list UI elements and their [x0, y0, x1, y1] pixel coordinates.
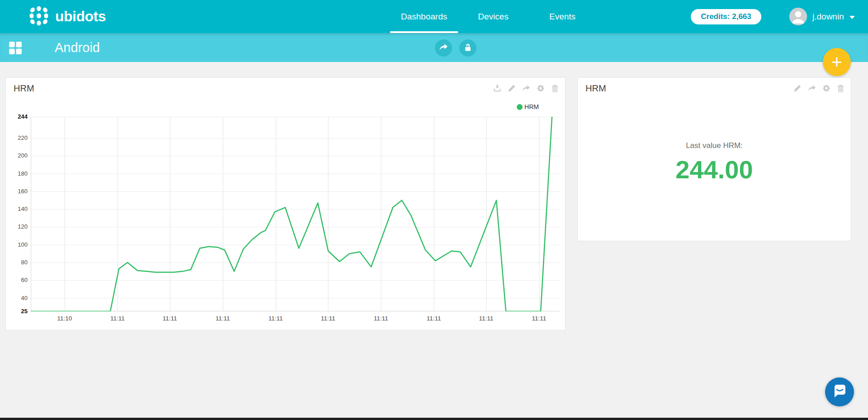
- legend-dot: [517, 104, 523, 110]
- share-arrow-icon: [439, 43, 448, 52]
- last-value-display: Last value HRM: 244.00: [578, 78, 851, 241]
- y-axis-tick-label: 244: [7, 113, 28, 121]
- y-axis-tick-label: 60: [7, 276, 28, 284]
- pencil-icon: [508, 84, 516, 92]
- x-axis-tick-label: 11:11: [163, 315, 177, 322]
- legend-item-hrm[interactable]: HRM: [517, 103, 539, 110]
- chat-launcher-button[interactable]: [825, 377, 854, 406]
- download-icon: [493, 84, 501, 92]
- edit-button[interactable]: [508, 84, 516, 92]
- share-button[interactable]: [522, 84, 530, 92]
- last-value-label: Last value HRM:: [686, 141, 743, 150]
- grid-icon: [9, 49, 22, 56]
- y-axis-tick-label: 80: [7, 258, 28, 267]
- chat-bubble-icon: [831, 383, 848, 401]
- share-dashboard-button[interactable]: [435, 39, 452, 57]
- credits-badge[interactable]: Credits: 2,663: [691, 9, 761, 24]
- chart-widget-title: HRM: [14, 83, 34, 94]
- top-navbar: ubidots Dashboards Devices Events Credit…: [0, 0, 868, 33]
- user-menu[interactable]: j.downin: [789, 0, 855, 33]
- x-axis-tick-label: 11:11: [427, 315, 441, 322]
- ubidots-logo[interactable]: ubidots: [28, 0, 106, 33]
- x-axis-tick-label: 11:11: [269, 315, 283, 322]
- delete-button[interactable]: [551, 84, 559, 92]
- ubidots-dots-icon: [28, 5, 50, 29]
- unlock-icon: [464, 43, 472, 53]
- trash-icon: [551, 84, 559, 92]
- legend-label: HRM: [524, 103, 539, 110]
- share-arrow-icon: [522, 85, 530, 92]
- nav-tab-devices[interactable]: Devices: [471, 0, 516, 33]
- x-axis-tick-label: 11:11: [321, 315, 335, 322]
- nav-tab-dashboards[interactable]: Dashboards: [390, 0, 458, 33]
- y-axis-tick-label: 40: [7, 294, 28, 302]
- x-axis-tick-label: 11:10: [57, 315, 72, 322]
- chart-widget-card: HRM: [5, 77, 566, 330]
- value-widget-card: HRM: [577, 77, 851, 241]
- x-axis-tick-label: 11:11: [110, 315, 125, 322]
- dashboards-grid-button[interactable]: [9, 42, 22, 54]
- y-axis-tick-label: 140: [7, 205, 28, 213]
- x-axis-tick-label: 11:11: [216, 315, 230, 322]
- dashboard-subheader: Android: [0, 33, 868, 62]
- dashboard-title: Android: [55, 33, 100, 62]
- line-chart-plot-area[interactable]: [31, 117, 560, 311]
- last-value-number: 244.00: [675, 155, 753, 184]
- window-bottom-edge: [0, 418, 868, 420]
- x-axis-tick-label: 11:11: [532, 315, 546, 322]
- download-button[interactable]: [493, 84, 501, 92]
- y-axis-tick-label: 25: [7, 307, 28, 315]
- y-axis-tick-label: 160: [7, 187, 28, 196]
- chart-widget-actions: [493, 84, 559, 92]
- y-axis-tick-label: 220: [7, 134, 28, 142]
- nav-tab-events[interactable]: Events: [542, 0, 583, 33]
- logo-text: ubidots: [55, 8, 106, 25]
- y-axis-tick-label: 100: [7, 241, 28, 249]
- chevron-down-icon: [849, 16, 855, 19]
- avatar: [789, 8, 807, 25]
- settings-button[interactable]: [537, 84, 545, 92]
- x-axis-tick-label: 11:11: [374, 315, 388, 322]
- lock-dashboard-button[interactable]: [459, 39, 476, 57]
- hrm-series-line: [31, 117, 552, 311]
- gear-icon: [537, 84, 545, 92]
- y-axis-tick-label: 180: [7, 170, 28, 178]
- add-widget-button[interactable]: +: [823, 48, 851, 76]
- y-axis-tick-label: 200: [7, 152, 28, 160]
- x-axis-tick-label: 11:11: [479, 315, 493, 322]
- y-axis-tick-label: 120: [7, 223, 28, 231]
- username: j.downin: [812, 12, 844, 22]
